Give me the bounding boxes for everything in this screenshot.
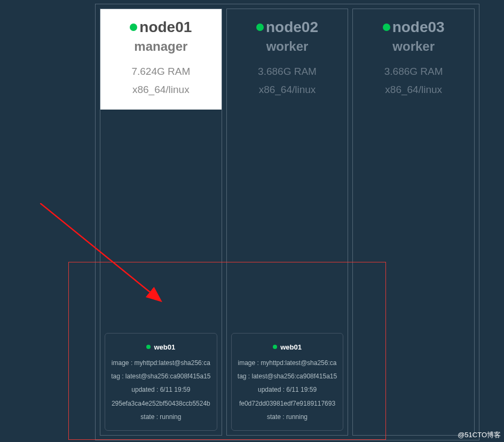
node-column-node02[interactable]: node02 worker 3.686G RAM x86_64/linux we… [226,9,349,436]
node-title-row: node01 [105,19,217,36]
node-ram: 7.624G RAM [105,63,217,81]
node-role: worker [231,39,344,54]
swarm-visualizer: node01 manager 7.624G RAM x86_64/linux w… [95,4,479,440]
task-state: state : running [108,410,214,424]
task-id: fe0d72dd03981edf7e9189117693 [235,397,340,410]
node-role: worker [357,39,470,54]
node-header[interactable]: node03 worker 3.686G RAM x86_64/linux [353,9,474,110]
task-name: web01 [280,340,302,354]
task-tag: tag : latest@sha256:ca908f415a15 [235,370,340,383]
node-column-node01[interactable]: node01 manager 7.624G RAM x86_64/linux w… [100,9,222,436]
task-image: image : myhttpd:latest@sha256:ca [235,356,340,370]
node-body: web01 image : myhttpd:latest@sha256:ca t… [100,110,222,435]
status-dot-icon [146,345,151,349]
status-dot-icon [383,24,390,31]
node-ram: 3.686G RAM [231,63,344,81]
node-role: manager [105,39,217,54]
task-title-row: web01 [108,340,214,354]
task-name: web01 [154,340,175,354]
node-arch: x86_64/linux [231,81,344,99]
task-updated: updated : 6/11 19:59 [235,383,340,397]
node-body: web01 image : myhttpd:latest@sha256:ca t… [227,110,348,435]
task-card[interactable]: web01 image : myhttpd:latest@sha256:ca t… [105,333,217,431]
node-body [353,110,474,435]
node-arch: x86_64/linux [357,81,470,99]
watermark: @51CTO博客 [458,430,501,440]
node-name: node01 [139,19,192,36]
node-arch: x86_64/linux [105,81,217,99]
task-state: state : running [235,410,340,424]
task-image: image : myhttpd:latest@sha256:ca [108,356,214,370]
status-dot-icon [130,24,137,31]
task-card[interactable]: web01 image : myhttpd:latest@sha256:ca t… [231,333,344,431]
node-column-node03[interactable]: node03 worker 3.686G RAM x86_64/linux [352,9,475,436]
task-updated: updated : 6/11 19:59 [108,383,214,397]
status-dot-icon [273,345,277,349]
task-tag: tag : latest@sha256:ca908f415a15 [108,370,214,383]
node-header[interactable]: node02 worker 3.686G RAM x86_64/linux [227,9,348,110]
node-name: node03 [392,19,445,36]
node-ram: 3.686G RAM [357,63,470,81]
node-header[interactable]: node01 manager 7.624G RAM x86_64/linux [100,9,222,110]
task-title-row: web01 [235,340,340,354]
status-dot-icon [256,24,264,31]
node-title-row: node03 [357,19,470,36]
node-name: node02 [266,19,318,36]
node-title-row: node02 [231,19,344,36]
task-id: 295efa3ca4e252bf50438ccb5524b [108,397,214,410]
